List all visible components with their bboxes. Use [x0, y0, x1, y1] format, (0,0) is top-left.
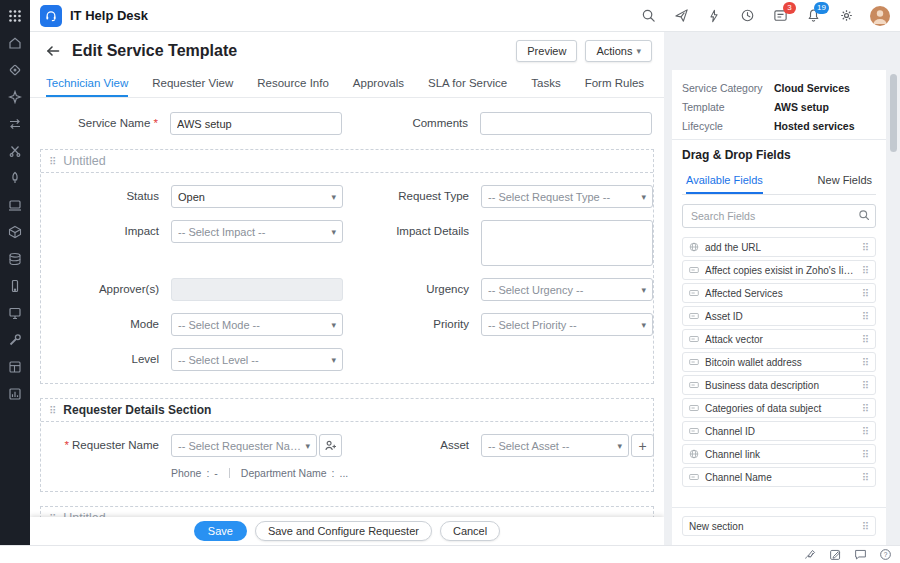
drag-handle-icon[interactable] [862, 519, 869, 533]
service-name-input[interactable] [170, 112, 342, 135]
drag-handle-icon[interactable] [862, 263, 869, 277]
impact-select[interactable]: -- Select Impact -- [171, 220, 343, 243]
tab-new-fields[interactable]: New Fields [818, 170, 872, 194]
whats-new-icon[interactable]: 3 [771, 7, 789, 25]
main-area: Edit Service Template Preview Actions Te… [30, 32, 900, 545]
tab-sla-for-service[interactable]: SLA for Service [428, 70, 507, 97]
drag-handle-icon[interactable] [862, 240, 869, 254]
available-fields-list: add the URL Affect copies exisist in Zoh… [682, 237, 876, 487]
back-arrow-icon[interactable] [42, 40, 64, 62]
drag-drop-title: Drag & Drop Fields [682, 148, 876, 162]
field-item[interactable]: Channel link [682, 444, 876, 464]
impact-details-textarea[interactable] [481, 220, 653, 266]
preview-button[interactable]: Preview [516, 40, 577, 62]
compose-icon[interactable] [829, 548, 842, 561]
requester-name-label: Requester Name [41, 434, 171, 451]
drag-handle-icon[interactable] [862, 286, 869, 300]
requests-icon[interactable] [7, 62, 23, 78]
tab-available-fields[interactable]: Available Fields [686, 170, 763, 194]
announcement-icon[interactable] [672, 7, 690, 25]
field-item[interactable]: Asset ID [682, 306, 876, 326]
remote-icon[interactable] [7, 305, 23, 321]
tab-form-rules[interactable]: Form Rules [585, 70, 644, 97]
add-asset-icon[interactable] [631, 434, 654, 457]
cancel-button[interactable]: Cancel [440, 521, 500, 541]
drag-handle-icon[interactable] [49, 403, 56, 417]
field-item[interactable]: Affected Services [682, 283, 876, 303]
view-tabs: Technician View Requester View Resource … [30, 70, 664, 98]
help-icon[interactable]: ? [879, 548, 892, 561]
request-type-label: Request Type [351, 185, 481, 202]
notifications-badge: 19 [814, 2, 829, 14]
new-section-item[interactable]: New section [682, 516, 876, 536]
meta-template: Template AWS setup [682, 101, 876, 113]
tools-icon[interactable] [7, 332, 23, 348]
field-item[interactable]: Bitcoin wallet address [682, 352, 876, 372]
top-bar: IT Help Desk 3 19 [30, 0, 900, 32]
projects-icon[interactable] [7, 170, 23, 186]
drag-handle-icon[interactable] [862, 309, 869, 323]
field-item[interactable]: Categories of data subject [682, 398, 876, 418]
section-title: Requester Details Section [63, 403, 211, 417]
settings-gear-icon[interactable] [837, 7, 855, 25]
request-type-select[interactable]: -- Select Request Type -- [481, 185, 653, 208]
text-field-icon [689, 288, 699, 298]
globe-icon [689, 449, 699, 459]
drag-handle-icon[interactable] [862, 447, 869, 461]
asset-select[interactable]: -- Select Asset -- [481, 434, 629, 457]
search-icon[interactable] [639, 7, 657, 25]
signature-icon[interactable] [804, 548, 817, 561]
analytics-icon[interactable] [7, 386, 23, 402]
flash-icon[interactable] [705, 7, 723, 25]
inventory-icon[interactable] [7, 224, 23, 240]
vertical-scrollbar[interactable] [890, 74, 897, 152]
save-and-configure-button[interactable]: Save and Configure Requester [255, 521, 432, 541]
field-item[interactable]: Channel ID [682, 421, 876, 441]
meta-service-category: Service Category Cloud Services [682, 82, 876, 94]
tab-technician-view[interactable]: Technician View [46, 70, 128, 97]
field-item[interactable]: Channel Name [682, 467, 876, 487]
apps-grid-icon[interactable] [7, 8, 23, 24]
releases-icon[interactable] [7, 143, 23, 159]
comments-input[interactable] [480, 112, 652, 135]
actions-button[interactable]: Actions [585, 40, 652, 62]
helpdesk-logo-icon[interactable] [40, 5, 62, 27]
user-avatar[interactable] [870, 6, 890, 26]
tab-approvals[interactable]: Approvals [353, 70, 404, 97]
priority-select[interactable]: -- Select Priority -- [481, 313, 653, 336]
add-requester-icon[interactable] [319, 434, 342, 457]
solutions-icon[interactable] [7, 89, 23, 105]
drag-handle-icon[interactable] [862, 401, 869, 415]
save-button[interactable]: Save [194, 521, 247, 541]
field-item[interactable]: Attack vector [682, 329, 876, 349]
search-fields-input[interactable] [682, 204, 876, 228]
chat-icon[interactable] [854, 548, 867, 561]
mode-select[interactable]: -- Select Mode -- [171, 313, 343, 336]
drag-handle-icon[interactable] [862, 332, 869, 346]
drag-handle-icon[interactable] [862, 378, 869, 392]
tab-requester-view[interactable]: Requester View [152, 70, 233, 97]
field-item[interactable]: add the URL [682, 237, 876, 257]
requester-name-select[interactable]: -- Select Requester Name -- [171, 434, 317, 457]
field-item[interactable]: Affect copies exisist in Zoho's Iinfr... [682, 260, 876, 280]
status-select[interactable]: Open [171, 185, 343, 208]
cmdb-icon[interactable] [7, 251, 23, 267]
tab-resource-info[interactable]: Resource Info [257, 70, 329, 97]
urgency-select[interactable]: -- Select Urgency -- [481, 278, 653, 301]
drag-handle-icon[interactable] [862, 470, 869, 484]
section-untitled-1: Untitled Status Open Request Type -- Sel… [40, 149, 654, 384]
drag-handle-icon[interactable] [862, 424, 869, 438]
assets-icon[interactable] [7, 197, 23, 213]
history-icon[interactable] [738, 7, 756, 25]
notifications-bell-icon[interactable]: 19 [804, 7, 822, 25]
new-section-row: New section [682, 507, 876, 539]
mobile-icon[interactable] [7, 278, 23, 294]
drag-handle-icon[interactable] [49, 154, 56, 168]
drag-handle-icon[interactable] [862, 355, 869, 369]
home-icon[interactable] [7, 35, 23, 51]
field-item[interactable]: Business data description [682, 375, 876, 395]
tab-tasks[interactable]: Tasks [531, 70, 560, 97]
reports-icon[interactable] [7, 359, 23, 375]
changes-icon[interactable] [7, 116, 23, 132]
level-select[interactable]: -- Select Level -- [171, 348, 343, 371]
